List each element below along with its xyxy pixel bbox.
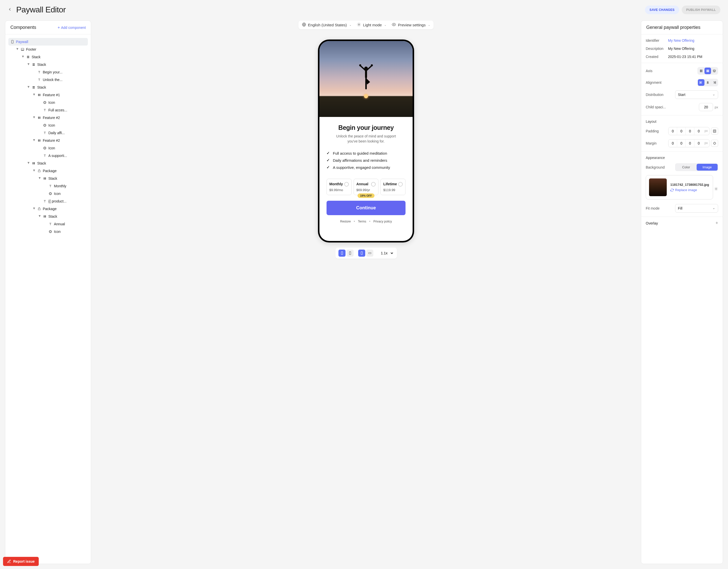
tree-node[interactable]: Paywall [8, 38, 88, 46]
axis-vertical-button[interactable] [704, 68, 711, 74]
svg-rect-23 [38, 139, 39, 142]
tree-node[interactable]: Full acces... [36, 106, 88, 114]
tree-node-label: Paywall [16, 40, 28, 44]
stack-h-icon [37, 138, 41, 143]
margin-input[interactable]: px [668, 139, 710, 147]
tree-node[interactable]: ▶Stack [25, 84, 88, 91]
features-list: ✓Full access to guided meditation✓Daily … [327, 151, 406, 172]
fit-mode-select[interactable]: Fill [675, 204, 718, 213]
tree-node[interactable]: Icon [36, 99, 88, 106]
tree-node[interactable]: ▶Stack [36, 213, 88, 220]
orientation-landscape-button[interactable] [366, 250, 373, 257]
padding-expand-button[interactable] [711, 128, 718, 135]
replace-image-button[interactable]: Replace image [670, 188, 709, 192]
align-end-button[interactable] [711, 79, 718, 86]
tree-node[interactable]: Unlock the... [31, 76, 88, 84]
tree-node[interactable]: ▶Stack [19, 53, 88, 61]
tree-node[interactable]: Begin your... [31, 68, 88, 76]
overlay-section-toggle[interactable]: Overlay + [641, 217, 723, 229]
globe-icon [302, 23, 306, 27]
continue-button[interactable]: Continue [327, 201, 406, 215]
footer-link[interactable]: Privacy policy [373, 220, 392, 223]
svg-rect-30 [44, 177, 45, 180]
tree-node[interactable]: Icon [36, 121, 88, 129]
tree-node[interactable]: Annual [42, 220, 88, 228]
appearance-section-title: Appearance [646, 156, 718, 160]
luminance-button[interactable] [714, 187, 718, 192]
mode-selector[interactable]: Light mode ⌄ [357, 23, 386, 27]
tree-node[interactable]: ▶Feature #2 [31, 114, 88, 121]
bg-image-button[interactable]: Image [697, 164, 718, 171]
preview-settings-selector[interactable]: Preview settings ⌄ [392, 23, 430, 27]
package-card[interactable]: Lifetime$119.99 [380, 179, 406, 195]
background-label: Background [646, 165, 668, 169]
text-icon [48, 184, 52, 188]
tree-node[interactable]: A supporti... [36, 152, 88, 159]
tree-node[interactable]: Icon [42, 228, 88, 235]
tree-node-label: Package [43, 207, 56, 211]
align-center-button[interactable] [704, 79, 711, 86]
properties-title: General paywall properties [641, 21, 723, 34]
package-radio[interactable] [344, 182, 349, 187]
tree-node-label: Footer [26, 47, 36, 51]
stack-h-icon [37, 116, 41, 120]
check-icon: ✓ [327, 158, 330, 162]
tree-node-label: Package [43, 169, 56, 173]
tree-node[interactable]: ▶Stack [36, 175, 88, 182]
tree-node[interactable]: Monthly [42, 182, 88, 190]
text-icon [37, 70, 41, 74]
stack-v-icon [32, 85, 36, 89]
zoom-selector[interactable]: 1.1x [378, 250, 394, 256]
back-button[interactable] [8, 7, 12, 12]
package-card[interactable]: Annual$69.99/yr19% OFF [354, 179, 379, 195]
identifier-value[interactable]: My New Offering [668, 38, 718, 43]
description-label: Description [646, 47, 668, 51]
tree-node[interactable]: Icon [36, 144, 88, 152]
axis-z-button[interactable] [711, 68, 718, 74]
tree-node[interactable]: Icon [42, 190, 88, 197]
device-phone-portrait-button[interactable] [338, 250, 346, 257]
package-price: $69.99/yr [356, 188, 376, 192]
tree-node-label: Stack [37, 161, 46, 165]
tree-node[interactable]: ▶Feature #1 [31, 91, 88, 99]
axis-horizontal-button[interactable] [698, 68, 704, 74]
package-card[interactable]: Monthly$9.99/mo [327, 179, 352, 195]
tree-node[interactable]: ▶Package [31, 167, 88, 175]
tree-node[interactable]: {{ product... [36, 197, 88, 205]
distribution-select[interactable]: Start [675, 90, 718, 99]
page-title: Paywall Editor [16, 5, 66, 14]
tree-node[interactable]: ▶Stack [25, 159, 88, 167]
stack-h-icon [37, 93, 41, 97]
svg-rect-19 [39, 117, 41, 119]
report-issue-button[interactable]: Report issue [3, 557, 39, 566]
svg-rect-29 [34, 162, 35, 165]
bag-icon [37, 207, 41, 211]
footer-link[interactable]: Terms [358, 220, 366, 223]
tree-node[interactable]: ▶Feature #2 [31, 137, 88, 144]
svg-rect-64 [369, 253, 371, 254]
padding-input[interactable]: px [668, 127, 710, 135]
svg-rect-14 [39, 94, 41, 96]
locale-selector[interactable]: English (United States) ⌄ [302, 23, 351, 27]
orientation-portrait-button[interactable] [358, 250, 365, 257]
phone-preview: Begin your journey Unlock the peace of m… [318, 39, 414, 242]
feature-item: ✓A supportive, engaged community [327, 165, 406, 170]
child-spacing-input[interactable] [699, 103, 713, 111]
package-price: $119.99 [383, 188, 403, 192]
save-changes-button[interactable]: SAVE CHANGES [645, 6, 679, 14]
bg-color-button[interactable]: Color [676, 164, 697, 171]
tree-node[interactable]: ▶Stack [25, 61, 88, 68]
check-icon: ✓ [327, 151, 330, 155]
paywall-subtitle: Unlock the peace of mind and support you… [327, 134, 406, 144]
footer-link[interactable]: Restore [340, 220, 351, 223]
component-tree[interactable]: Paywall▶Footer▶Stack▶StackBegin your...U… [5, 34, 91, 564]
topbar: Paywall Editor SAVE CHANGES PUBLISH PAYW… [0, 0, 728, 21]
tree-node[interactable]: ▶Footer [14, 46, 88, 53]
tree-node[interactable]: Daily affi... [36, 129, 88, 137]
svg-line-52 [360, 23, 360, 24]
align-start-button[interactable] [698, 79, 704, 86]
tree-node[interactable]: ▶Package [31, 205, 88, 213]
margin-expand-button[interactable] [711, 140, 718, 147]
device-phone-alt-button[interactable] [347, 250, 354, 257]
add-component-button[interactable]: + Add component [58, 25, 86, 30]
